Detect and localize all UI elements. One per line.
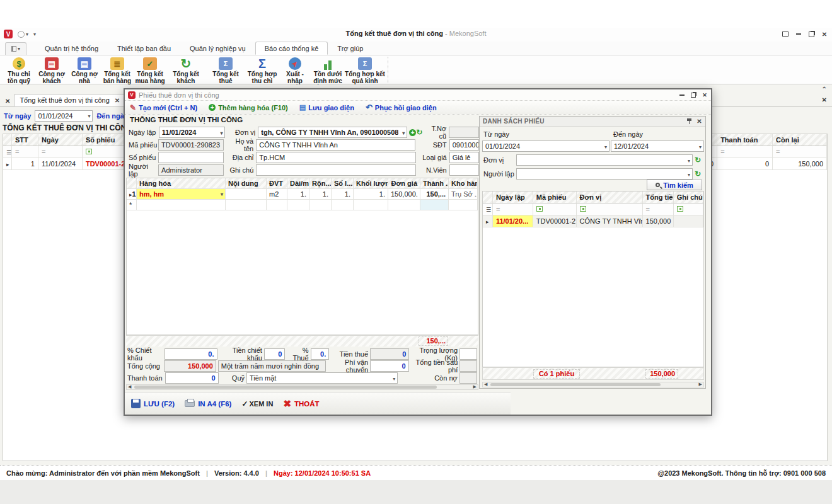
phi-vc-field[interactable]: 0 — [370, 360, 408, 372]
panel-row[interactable]: ▸ 11/01/20... TDV00001-2... CÔNG TY TNHH… — [483, 215, 703, 227]
app-titlebar: V ▾ ▾ Tổng kết thuê đơn vị thi công - Me… — [0, 28, 832, 42]
tabstrip-close-right-icon[interactable]: ✕ — [822, 96, 827, 103]
col-ngay[interactable]: Ngày — [38, 134, 83, 146]
col-dai[interactable]: Dài/m — [287, 178, 309, 189]
tab-tro-giup[interactable]: Trợ giúp — [328, 42, 373, 55]
new-item-row[interactable]: * — [127, 200, 478, 210]
filter-stt[interactable]: = — [12, 146, 38, 158]
preview-checkbox[interactable]: ✓XEM IN — [241, 399, 273, 408]
panel-nguoi-lap-combo[interactable]: ▾ — [516, 168, 693, 180]
ho-ten-field[interactable]: CÔNG TY TNHH Vĩnh An — [256, 139, 415, 151]
filter-con-lai[interactable]: = — [773, 146, 827, 158]
ribbon-button-tong-ket-mua-hang[interactable]: ✓ Tổng kếtmua hàng — [134, 57, 166, 85]
pfilter-ngay-lap[interactable]: = — [493, 203, 533, 215]
ghi-chu-field[interactable] — [256, 164, 415, 176]
dialog-titlebar[interactable]: V Phiếu thuê đơn vị thi công ✕ — [125, 89, 711, 101]
item-row[interactable]: ▸1 hm, hm▾ m2 1. 1. 1. 1. 150,000. 150,.… — [127, 189, 478, 200]
panel-hscrollbar[interactable]: ◀▶ — [482, 382, 704, 387]
col-thanh-tien[interactable]: Thành ... — [420, 178, 449, 189]
pfilter-ma-phieu[interactable] — [533, 203, 577, 215]
tabstrip-close-left-icon[interactable]: ✕ — [5, 98, 10, 105]
filter-thanh-toan[interactable]: = — [717, 146, 773, 158]
panel-header[interactable]: DANH SÁCH PHIẾU ✕ — [480, 117, 705, 127]
tab-thiet-lap-ban-dau[interactable]: Thiết lập ban đầu — [108, 42, 180, 55]
tab-close-icon[interactable]: ✕ — [115, 97, 120, 104]
app-menu-button[interactable]: ▾ — [5, 42, 26, 55]
tab-bao-cao-thong-ke[interactable]: Báo cáo thống kê — [255, 42, 328, 55]
col-con-lai[interactable]: Còn lại — [773, 134, 827, 146]
ribbon-button-ton-duoi-dinh-muc[interactable]: Tồn dướiđịnh mức — [311, 57, 344, 85]
minimize-button[interactable] — [795, 30, 802, 38]
new-button[interactable]: ✎Tạo mới (Ctrl + N) — [130, 103, 197, 112]
restore-button[interactable] — [809, 32, 814, 37]
close-button[interactable]: ✕ — [821, 30, 828, 38]
don-vi-combo[interactable]: tgh, CÔNG TY TNHH Vĩnh An, 0901000508▾ — [258, 127, 407, 138]
dialog-hscrollbar[interactable]: ◀▶ — [126, 384, 478, 390]
col-hang-hoa[interactable]: Hàng hóa — [137, 178, 226, 189]
pfilter-tong-tien[interactable]: = — [643, 203, 674, 215]
print-a4-button[interactable]: IN A4 (F6) — [185, 400, 231, 408]
thue-field[interactable]: 0. — [311, 348, 330, 360]
col-don-gia[interactable]: Đơn giá — [388, 178, 420, 189]
tab-quan-tri-he-thong[interactable]: Quản trị hệ thống — [35, 42, 108, 55]
pfilter-don-vi[interactable] — [577, 203, 643, 215]
pcol-ma-phieu[interactable]: Mã phiếu — [533, 192, 577, 203]
search-button[interactable]: Tìm kiếm — [647, 180, 702, 190]
hang-hoa-cell[interactable]: hm, hm▾ — [137, 189, 226, 200]
panel-close-icon[interactable]: ✕ — [696, 118, 702, 125]
dialog-toolbar: ✎Tạo mới (Ctrl + N) +Thêm hàng hóa (F10)… — [125, 101, 711, 115]
exit-button[interactable]: ✖THOÁT — [283, 398, 319, 410]
col-khoi-luong[interactable]: Khối lượng — [354, 178, 388, 189]
pcol-ngay-lap[interactable]: Ngày lập — [493, 192, 533, 203]
col-noi-dung[interactable]: Nội dung — [226, 178, 267, 189]
panel-to-date-combo[interactable]: 12/01/2024▾ — [611, 140, 704, 152]
chiet-khau-field[interactable]: 0. — [165, 348, 217, 360]
dialog-maximize-button[interactable] — [691, 93, 696, 98]
ribbon-button-tong-hop-thu-chi[interactable]: Σ Tổng hợpthu chi — [246, 57, 279, 85]
save-button[interactable]: LƯU (F2) — [131, 399, 175, 408]
ribbon-button-tong-ket-ban-hang[interactable]: ≣ Tổng kếtbán hàng — [101, 57, 134, 85]
panel-refresh-don-vi-icon[interactable]: ↻ — [695, 156, 701, 164]
ribbon-button-thu-chi-ton-quy[interactable]: $ Thu chitồn quỹ — [3, 57, 35, 85]
tien-ck-field[interactable]: 0 — [264, 348, 285, 360]
col-kho-hang[interactable]: Kho hàng — [449, 178, 478, 189]
quy-combo[interactable]: Tiền mặt▾ — [246, 372, 398, 384]
restore-layout-button[interactable]: ↶Phục hồi giao diện — [366, 103, 437, 112]
col-rong[interactable]: Rộn... — [309, 178, 332, 189]
from-date-combo[interactable]: 01/01/2024▾ — [35, 110, 93, 122]
fullscreen-button[interactable] — [782, 32, 789, 37]
panel-don-vi-combo[interactable]: ▾ — [516, 154, 693, 166]
refresh-partner-icon[interactable]: ↻ — [416, 128, 422, 137]
pcol-ghi-chu[interactable]: Ghi chú — [674, 192, 703, 203]
dialog-close-button[interactable]: ✕ — [702, 92, 708, 98]
sdt-field[interactable]: 09010005 — [449, 139, 479, 151]
pcol-don-vi[interactable]: Đơn vị — [577, 192, 643, 203]
so-phieu-field[interactable] — [158, 152, 224, 163]
thanh-toan-field[interactable]: 0 — [165, 372, 219, 384]
col-dvt[interactable]: ĐVT — [267, 178, 287, 189]
search-icon — [656, 183, 660, 187]
col-stt[interactable]: STT — [12, 134, 38, 146]
add-item-button[interactable]: +Thêm hàng hóa (F10) — [209, 104, 288, 112]
dia-chi-field[interactable]: Tp.HCM — [256, 152, 415, 163]
ribbon-separator — [388, 57, 388, 83]
trong-luong-field[interactable] — [459, 348, 477, 360]
pfilter-ghi-chu[interactable] — [674, 203, 703, 215]
col-thanh-toan[interactable]: Thanh toán — [717, 134, 773, 146]
tab-quan-ly-nghiep-vu[interactable]: Quản lý nghiệp vụ — [180, 42, 255, 55]
document-tab-active[interactable]: Tổng kết thuê đơn vị thi công ✕ — [14, 94, 125, 106]
panel-refresh-nguoi-lap-icon[interactable]: ↻ — [695, 169, 701, 178]
panel-from-date-combo[interactable]: 01/01/2024▾ — [482, 140, 610, 152]
ribbon-collapse-icon[interactable]: ⌃ — [822, 86, 827, 93]
save-layout-button[interactable]: ▤Lưu giao diện — [299, 103, 354, 112]
pcol-tong-tien[interactable]: Tổng tiền — [643, 192, 674, 203]
filter-ngay[interactable]: = — [38, 146, 83, 158]
dialog-minimize-button[interactable] — [679, 92, 685, 98]
n-vien-field[interactable] — [449, 164, 479, 176]
loai-gia-field[interactable]: Giá lẻ — [449, 152, 479, 163]
add-partner-icon[interactable]: + — [409, 129, 416, 136]
pin-icon[interactable] — [687, 118, 691, 124]
dialog-logo-icon: V — [128, 91, 136, 99]
ngay-lap-combo[interactable]: 11/01/2024▾ — [159, 127, 226, 138]
col-so-luong[interactable]: Số l... — [332, 178, 354, 189]
